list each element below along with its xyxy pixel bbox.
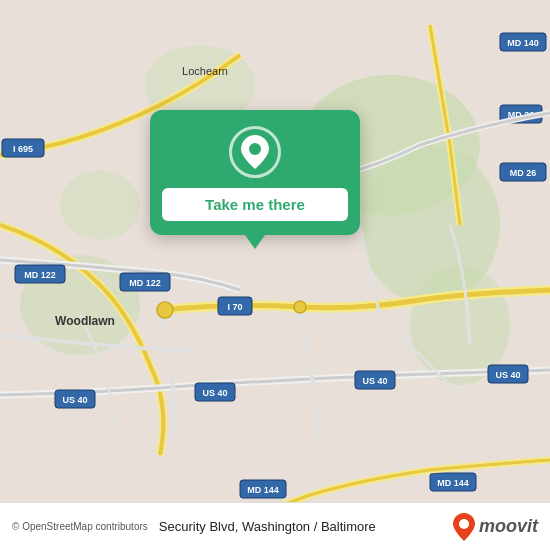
moovit-text: moovit: [479, 516, 538, 537]
svg-text:US 40: US 40: [62, 395, 87, 405]
moovit-pin-icon: [453, 513, 475, 541]
svg-text:US 40: US 40: [362, 376, 387, 386]
moovit-logo: moovit: [453, 513, 538, 541]
svg-text:I 695: I 695: [13, 144, 33, 154]
address-text: Security Blvd, Washington / Baltimore: [159, 519, 376, 534]
svg-text:MD 122: MD 122: [129, 278, 161, 288]
bottom-bar: © OpenStreetMap contributors Security Bl…: [0, 502, 550, 550]
popup-card: Take me there: [150, 110, 360, 235]
location-pin-icon: [229, 126, 281, 178]
svg-point-33: [157, 302, 173, 318]
svg-text:US 40: US 40: [495, 370, 520, 380]
svg-text:Woodlawn: Woodlawn: [55, 314, 115, 328]
svg-point-38: [459, 519, 469, 529]
svg-text:MD 140: MD 140: [507, 38, 539, 48]
svg-point-5: [60, 170, 140, 240]
svg-text:US 40: US 40: [202, 388, 227, 398]
map-svg: I 695 MD 122 MD 122 I 70 MD 140 MD 26: [0, 0, 550, 550]
take-me-there-button[interactable]: Take me there: [162, 188, 348, 221]
svg-text:MD 144: MD 144: [247, 485, 279, 495]
svg-text:MD 144: MD 144: [437, 478, 469, 488]
svg-text:MD 26: MD 26: [510, 168, 537, 178]
copyright-text: © OpenStreetMap contributors: [12, 521, 148, 532]
svg-text:Lochearn: Lochearn: [182, 65, 228, 77]
svg-text:MD 122: MD 122: [24, 270, 56, 280]
map-container[interactable]: I 695 MD 122 MD 122 I 70 MD 140 MD 26: [0, 0, 550, 550]
bottom-left: © OpenStreetMap contributors Security Bl…: [12, 519, 376, 534]
svg-point-37: [249, 143, 261, 155]
svg-point-34: [294, 301, 306, 313]
svg-text:I 70: I 70: [227, 302, 242, 312]
